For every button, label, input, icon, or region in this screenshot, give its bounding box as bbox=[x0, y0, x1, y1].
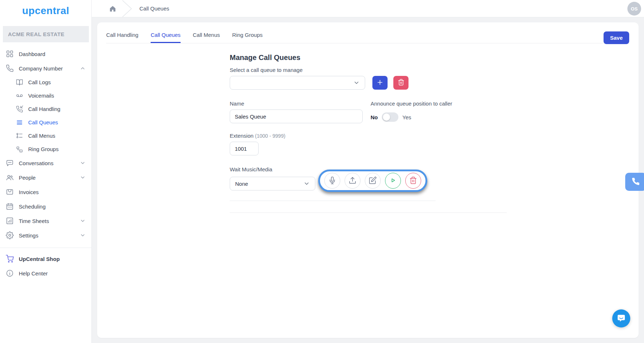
save-button[interactable]: Save bbox=[604, 31, 629, 44]
sidebar-item-conversations[interactable]: Conversations bbox=[0, 156, 91, 170]
sidebar-divider bbox=[0, 248, 91, 248]
sidebar-item-call-menus[interactable]: Call Menus bbox=[0, 129, 91, 142]
sidebar-item-label: People bbox=[19, 175, 36, 181]
app-window: upcentral ACME REAL ESTATE Dashboard Com… bbox=[0, 0, 644, 343]
timesheet-icon bbox=[6, 217, 14, 225]
sidebar-item-settings[interactable]: Settings bbox=[0, 228, 91, 243]
sidebar-item-label: Ring Groups bbox=[28, 146, 59, 152]
wait-media-select[interactable]: None bbox=[230, 177, 315, 190]
sidebar-item-call-queues[interactable]: Call Queues bbox=[0, 116, 91, 129]
sidebar-item-call-handling[interactable]: Call Handling bbox=[0, 102, 91, 116]
wallet-icon bbox=[6, 188, 14, 196]
sidebar-item-dashboard[interactable]: Dashboard bbox=[0, 47, 91, 61]
home-icon[interactable] bbox=[109, 5, 116, 12]
phone-icon bbox=[6, 64, 14, 72]
dashboard-grid-icon bbox=[6, 50, 14, 58]
toggle-off-label: No bbox=[371, 114, 378, 120]
manage-call-queues-form: Manage Call Queues Select a call queue t… bbox=[230, 43, 511, 213]
announce-block: Announce queue position to caller No Yes bbox=[371, 100, 452, 123]
chevron-down-icon bbox=[80, 218, 86, 224]
wait-media-row: None bbox=[230, 175, 511, 192]
chat-icon bbox=[6, 159, 14, 167]
record-audio-button[interactable] bbox=[324, 173, 340, 189]
sidebar-item-label: Company Number bbox=[19, 65, 63, 72]
wait-media-value: None bbox=[235, 181, 248, 187]
edit-pencil-icon bbox=[369, 176, 377, 185]
play-media-button[interactable] bbox=[385, 173, 401, 189]
call-queues-card: Call Handling Call Queues Call Menus Rin… bbox=[97, 22, 639, 338]
sidebar: upcentral ACME REAL ESTATE Dashboard Com… bbox=[0, 0, 92, 343]
voicemail-icon bbox=[16, 92, 23, 99]
microphone-icon bbox=[328, 176, 336, 185]
people-icon bbox=[6, 173, 14, 181]
sidebar-item-people[interactable]: People bbox=[0, 170, 91, 185]
name-label: Name bbox=[230, 100, 363, 107]
extension-label: Extension (1000 - 9999) bbox=[230, 133, 511, 139]
chevron-down-icon bbox=[80, 175, 86, 180]
play-icon bbox=[389, 176, 397, 185]
main-area: Call Queues OS Call Handling Call Queues… bbox=[92, 0, 644, 343]
sidebar-item-call-logs[interactable]: Call Logs bbox=[0, 76, 91, 89]
ring-groups-icon bbox=[16, 146, 23, 153]
page-title: Manage Call Queues bbox=[230, 53, 511, 62]
edit-media-button[interactable] bbox=[365, 173, 381, 189]
media-actions-highlight-group bbox=[318, 170, 427, 192]
sidebar-item-invoices[interactable]: Invoices bbox=[0, 185, 91, 199]
sidebar-item-time-sheets[interactable]: Time Sheets bbox=[0, 214, 91, 228]
chevron-up-icon bbox=[80, 65, 86, 71]
floating-phone-button[interactable] bbox=[625, 173, 644, 191]
tab-call-queues[interactable]: Call Queues bbox=[151, 32, 181, 43]
chevron-down-icon bbox=[80, 232, 86, 238]
announce-label: Announce queue position to caller bbox=[371, 100, 452, 107]
extension-input[interactable] bbox=[230, 142, 259, 155]
toggle-on-label: Yes bbox=[402, 114, 411, 120]
extension-range-hint: (1000 - 9999) bbox=[255, 133, 285, 139]
sidebar-item-label: Call Logs bbox=[28, 79, 51, 85]
sidebar-nav: Dashboard Company Number Call Logs Voice… bbox=[0, 46, 91, 343]
sidebar-item-scheduling[interactable]: Scheduling bbox=[0, 199, 91, 214]
chevron-down-icon bbox=[303, 180, 310, 187]
upload-media-button[interactable] bbox=[345, 173, 360, 189]
trash-icon bbox=[398, 79, 405, 87]
trash-icon bbox=[409, 176, 417, 185]
sidebar-item-label: Call Handling bbox=[28, 106, 60, 112]
delete-media-button[interactable] bbox=[405, 173, 421, 189]
delete-queue-button[interactable] bbox=[393, 76, 409, 90]
organization-name: ACME REAL ESTATE bbox=[3, 26, 89, 42]
tab-call-menus[interactable]: Call Menus bbox=[193, 32, 220, 43]
avatar[interactable]: OS bbox=[627, 2, 641, 16]
cart-icon bbox=[6, 255, 14, 263]
sidebar-item-voicemails[interactable]: Voicemails bbox=[0, 89, 91, 102]
chevron-down-icon bbox=[353, 80, 360, 86]
queue-select-label: Select a call queue to manage bbox=[230, 67, 511, 73]
sidebar-item-label: Conversations bbox=[19, 160, 53, 166]
sidebar-item-label: Settings bbox=[19, 232, 38, 239]
wait-media-block: Wait Music/Media None bbox=[230, 166, 511, 192]
phone-icon bbox=[631, 177, 640, 187]
sidebar-item-label: Call Menus bbox=[28, 133, 55, 139]
queue-select-row bbox=[230, 76, 511, 90]
chat-support-button[interactable] bbox=[612, 309, 630, 327]
sidebar-item-label: Call Queues bbox=[28, 119, 58, 125]
breadcrumb[interactable]: Call Queues bbox=[139, 5, 169, 12]
tabs-row: Call Handling Call Queues Call Menus Rin… bbox=[106, 22, 630, 43]
name-input[interactable] bbox=[230, 110, 363, 123]
menu-tree-icon bbox=[16, 132, 23, 140]
sidebar-item-help-center[interactable]: Help Center bbox=[0, 266, 91, 280]
add-queue-button[interactable] bbox=[372, 76, 388, 90]
tab-ring-groups[interactable]: Ring Groups bbox=[232, 32, 263, 43]
upcentral-logo[interactable]: upcentral bbox=[0, 0, 91, 22]
book-icon bbox=[16, 79, 23, 86]
sidebar-item-ring-groups[interactable]: Ring Groups bbox=[0, 142, 91, 156]
announce-toggle[interactable] bbox=[382, 112, 398, 122]
announce-toggle-row: No Yes bbox=[371, 112, 452, 122]
queue-select[interactable] bbox=[230, 76, 365, 90]
calendar-icon bbox=[6, 202, 14, 210]
sidebar-item-upcentral-shop[interactable]: UpCentral Shop bbox=[0, 252, 91, 266]
tab-call-handling[interactable]: Call Handling bbox=[106, 32, 138, 43]
sidebar-item-company-number[interactable]: Company Number bbox=[0, 61, 91, 76]
sidebar-item-label: Scheduling bbox=[19, 203, 46, 210]
plus-icon bbox=[376, 79, 384, 87]
sidebar-item-label: Help Center bbox=[19, 270, 48, 276]
extension-block: Extension (1000 - 9999) bbox=[230, 133, 511, 155]
